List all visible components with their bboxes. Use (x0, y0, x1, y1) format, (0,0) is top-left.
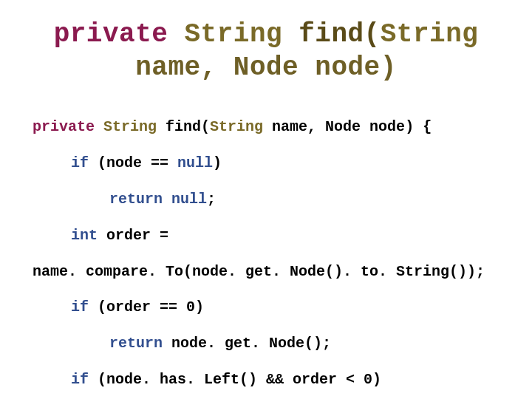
code-line-5: name. compare. To(node. get. Node(). to.… (33, 263, 499, 281)
code-line-7: return node. get. Node(); (33, 335, 499, 352)
title-params: name, Node node) (135, 52, 397, 83)
code-line-1: private String find(String name, Node no… (33, 118, 499, 136)
title-type-string-1: String (184, 19, 282, 50)
slide-title: private String find(String name, Node no… (33, 18, 499, 84)
code-line-4: int order = (33, 227, 499, 245)
code-line-3: return null; (33, 191, 499, 208)
title-fn: find( (299, 19, 381, 50)
code-block: private String find(String name, Node no… (33, 100, 499, 399)
title-type-string-2: String (381, 19, 479, 50)
title-private: private (54, 19, 168, 50)
code-line-8: if (node. has. Left() && order < 0) (33, 371, 499, 389)
code-line-2: if (node == null) (33, 154, 499, 172)
code-line-6: if (order == 0) (33, 299, 499, 316)
